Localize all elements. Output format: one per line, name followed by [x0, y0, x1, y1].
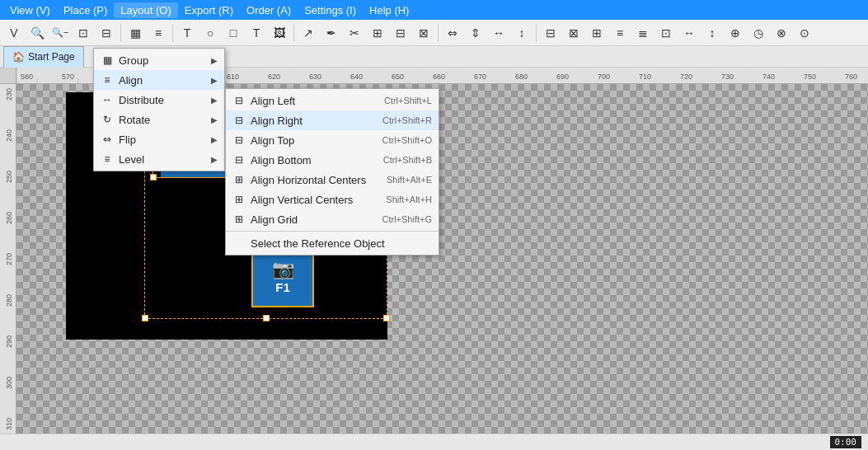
tool-r6[interactable]: ⊡	[655, 22, 677, 44]
tool-r7[interactable]: ↔	[678, 22, 700, 44]
tool-rect[interactable]: □	[223, 22, 244, 44]
tool-arrow[interactable]: ↗	[298, 22, 319, 44]
menu-order[interactable]: Order (A)	[240, 2, 298, 18]
tool-align[interactable]: ≡	[148, 22, 169, 44]
menu-item-group-label: Group	[119, 54, 148, 67]
tool-dist1[interactable]: ⇔	[442, 22, 463, 44]
svg-text:270: 270	[5, 253, 13, 265]
tool-pen[interactable]: ✒	[321, 22, 342, 44]
tool-t2[interactable]: T	[246, 22, 267, 44]
tool-b2[interactable]: ⊟	[390, 22, 411, 44]
tool-zoom-out[interactable]: 🔍−	[49, 22, 71, 44]
tool-zoom-in[interactable]: 🔍	[26, 22, 48, 44]
tool-circle[interactable]: ○	[199, 22, 221, 44]
distribute-arrow: ▶	[211, 96, 218, 105]
menu-item-group[interactable]: ▦ Group ▶	[94, 50, 224, 70]
svg-text:240: 240	[5, 129, 13, 142]
menu-align-v-center[interactable]: ⊞ Align Vertical Centers Shift+Alt+H	[226, 190, 439, 209]
level-icon: ≡	[101, 152, 114, 166]
align-right-label: Align Right	[251, 115, 303, 127]
svg-text:700: 700	[598, 73, 610, 81]
tool-r12[interactable]: ⊙	[794, 22, 815, 44]
svg-text:280: 280	[5, 294, 13, 307]
tool-dist4[interactable]: ↕	[511, 22, 533, 44]
tool-fit[interactable]: ⊡	[73, 22, 94, 44]
menu-item-rotate-label: Rotate	[119, 114, 150, 126]
align-h-center-label: Align Horizontal Centers	[251, 174, 366, 186]
flip-icon: ⇔	[101, 133, 114, 146]
ruler-corner	[0, 68, 16, 84]
menu-item-level[interactable]: ≡ Level ▶	[94, 149, 224, 169]
tool-r3[interactable]: ⊞	[586, 22, 608, 44]
tool-r8[interactable]: ↕	[701, 22, 723, 44]
tool-b1[interactable]: ⊞	[367, 22, 388, 44]
menu-align-h-center[interactable]: ⊞ Align Horizontal Centers Shift+Alt+E	[226, 170, 439, 190]
svg-text:710: 710	[639, 73, 651, 81]
svg-text:610: 610	[227, 73, 239, 81]
tool-r4[interactable]: ≡	[609, 22, 631, 44]
ruler-v-svg: 230 240 250 260 270 280 290 300 310	[0, 84, 16, 434]
toolbar-sep-3	[293, 24, 294, 42]
menu-align-l2: ⊟ Align Left Ctrl+Shift+L ⊟ Align Right …	[225, 88, 439, 255]
svg-text:650: 650	[392, 73, 404, 81]
statusbar: 0:00	[0, 434, 868, 450]
menu-item-distribute[interactable]: ↔ Distribute ▶	[94, 90, 224, 110]
tool-text[interactable]: T	[176, 22, 198, 44]
menu-layout[interactable]: Layout (O)	[114, 2, 177, 18]
tool-group[interactable]: ▦	[124, 22, 146, 44]
svg-text:620: 620	[268, 73, 280, 81]
menu-view[interactable]: View (V)	[3, 2, 57, 18]
menu-help[interactable]: Help (H)	[363, 2, 415, 18]
tool-crop[interactable]: ⊟	[96, 22, 117, 44]
menu-select-ref[interactable]: Select the Reference Object	[226, 233, 439, 253]
svg-text:670: 670	[474, 73, 486, 81]
flip-arrow: ▶	[211, 135, 218, 144]
menu-item-level-label: Level	[119, 153, 144, 166]
tool-r11[interactable]: ⊗	[771, 22, 792, 44]
distribute-icon: ↔	[101, 93, 114, 106]
dropdown-overlay: ▦ Group ▶ ≡ Align ▶ ⊟ Align Left Ctrl+Sh…	[93, 48, 225, 171]
select-ref-label: Select the Reference Object	[251, 237, 385, 250]
menu-item-rotate[interactable]: ↻ Rotate ▶	[94, 110, 224, 129]
svg-text:230: 230	[5, 88, 13, 101]
rotate-icon: ↻	[101, 113, 114, 126]
menu-align-right[interactable]: ⊟ Align Right Ctrl+Shift+R	[226, 110, 439, 130]
toolbar-sep-4	[438, 24, 439, 42]
svg-text:630: 630	[309, 73, 321, 81]
tool-dist2[interactable]: ⇕	[465, 22, 486, 44]
menu-place[interactable]: Place (P)	[57, 2, 114, 18]
menu-item-distribute-label: Distribute	[119, 94, 164, 106]
tool-r9[interactable]: ⊕	[725, 22, 746, 44]
menu-settings[interactable]: Settings (I)	[298, 2, 363, 18]
select-ref-icon	[232, 237, 246, 250]
tab-start-icon: 🏠	[12, 51, 25, 63]
align-top-shortcut: Ctrl+Shift+O	[382, 135, 432, 145]
tool-r5[interactable]: ≣	[632, 22, 654, 44]
tool-scissors[interactable]: ✂	[344, 22, 365, 44]
menu-align-bottom[interactable]: ⊟ Align Bottom Ctrl+Shift+B	[226, 150, 439, 170]
menu-export[interactable]: Export (R)	[178, 2, 240, 18]
menubar: View (V) Place (P) Layout (O) Export (R)…	[0, 0, 868, 20]
align-top-icon: ⊟	[232, 134, 246, 147]
tool-dist3[interactable]: ↔	[488, 22, 509, 44]
tool-image[interactable]: 🖼	[269, 22, 290, 44]
time-display: 0:00	[830, 436, 862, 448]
toolbar-sep-5	[536, 24, 537, 42]
menu-item-flip[interactable]: ⇔ Flip ▶	[94, 129, 224, 149]
tool-select[interactable]: V	[3, 22, 25, 44]
tab-start-page[interactable]: 🏠 Start Page	[3, 46, 84, 68]
tool-r1[interactable]: ⊟	[540, 22, 561, 44]
menu-align-grid[interactable]: ⊞ Align Grid Ctrl+Shift+G	[226, 209, 439, 229]
tab-start-label: Start Page	[28, 51, 75, 63]
group-icon: ▦	[101, 54, 114, 67]
menu-align-top[interactable]: ⊟ Align Top Ctrl+Shift+O	[226, 130, 439, 150]
menu-item-flip-label: Flip	[119, 134, 136, 146]
tool-r10[interactable]: ◷	[748, 22, 769, 44]
tool-b3[interactable]: ⊠	[413, 22, 434, 44]
menu-align-left[interactable]: ⊟ Align Left Ctrl+Shift+L	[226, 91, 439, 110]
svg-text:760: 760	[845, 73, 857, 81]
svg-text:570: 570	[62, 73, 74, 81]
tool-r2[interactable]: ⊠	[563, 22, 584, 44]
menu-item-align[interactable]: ≡ Align ▶ ⊟ Align Left Ctrl+Shift+L ⊟ Al…	[94, 70, 224, 90]
svg-text:250: 250	[5, 171, 13, 183]
